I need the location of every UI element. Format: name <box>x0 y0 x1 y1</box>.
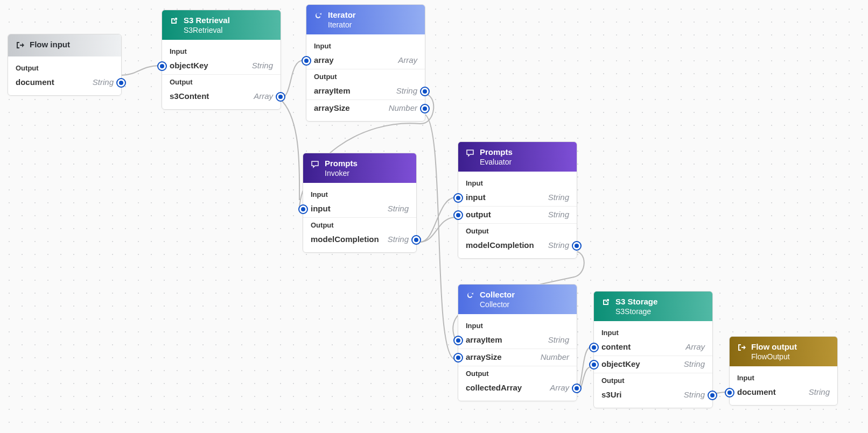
port-type: String <box>684 359 705 368</box>
output-port[interactable] <box>420 104 430 113</box>
input-port[interactable] <box>298 204 308 214</box>
input-port[interactable] <box>589 343 599 352</box>
node-s3-retrieval[interactable]: S3 Retrieval S3Retrieval Input objectKey… <box>162 10 281 110</box>
section-input: Input <box>303 187 416 201</box>
node-iterator[interactable]: Iterator Iterator Input array Array Outp… <box>306 4 425 122</box>
input-port[interactable] <box>302 56 311 66</box>
flow-input-icon <box>16 41 24 51</box>
section-input: Input <box>458 176 577 189</box>
node-title: S3 Retrieval <box>184 16 230 25</box>
port-row: output String <box>458 206 577 223</box>
node-subtitle: S3Storage <box>615 307 657 316</box>
output-port[interactable] <box>572 241 582 251</box>
port-name: collectedArray <box>466 383 522 392</box>
node-header[interactable]: Flow output FlowOutput <box>730 337 837 366</box>
port-type: Number <box>389 103 417 112</box>
node-subtitle: S3Retrieval <box>184 26 230 34</box>
node-subtitle: Invoker <box>325 169 358 178</box>
input-port[interactable] <box>157 61 167 71</box>
flow-output-icon <box>737 343 746 353</box>
port-name: document <box>737 387 776 396</box>
node-subtitle: FlowOutput <box>751 352 797 361</box>
port-name: objectKey <box>601 359 640 368</box>
input-port[interactable] <box>453 210 463 220</box>
output-port[interactable] <box>572 384 582 393</box>
port-name: array <box>314 55 334 65</box>
input-port[interactable] <box>589 360 599 370</box>
node-header[interactable]: S3 Storage S3Storage <box>594 292 712 321</box>
node-header[interactable]: Prompts Invoker <box>303 153 416 183</box>
port-row: objectKey String <box>162 58 281 74</box>
port-type: String <box>388 204 409 213</box>
output-port[interactable] <box>411 235 421 245</box>
prompt-icon <box>466 148 474 159</box>
port-row: s3Content Array <box>162 88 281 105</box>
port-name: input <box>311 204 331 213</box>
port-type: String <box>548 193 569 202</box>
port-name: s3Uri <box>601 390 622 399</box>
port-name: arrayItem <box>466 335 502 344</box>
output-port[interactable] <box>420 87 430 96</box>
node-subtitle: Iterator <box>328 20 356 29</box>
input-port[interactable] <box>453 193 463 203</box>
port-row: objectKey String <box>594 356 712 373</box>
port-type: String <box>396 86 417 95</box>
node-header[interactable]: Iterator Iterator <box>306 5 425 34</box>
port-type: String <box>93 77 114 87</box>
port-name: s3Content <box>170 91 209 101</box>
node-flow-output[interactable]: Flow output FlowOutput Input document St… <box>729 336 838 406</box>
node-title: Collector <box>480 290 515 299</box>
port-row: s3Uri String <box>594 387 712 403</box>
port-row: array Array <box>306 52 425 69</box>
section-output: Output <box>303 218 416 231</box>
node-title: Prompts <box>480 147 513 157</box>
prompt-icon <box>311 160 319 170</box>
open-external-icon <box>170 17 178 27</box>
input-port[interactable] <box>725 388 734 397</box>
section-input: Input <box>594 325 712 339</box>
section-output: Output <box>458 224 577 237</box>
node-prompts-evaluator[interactable]: Prompts Evaluator Input input String out… <box>458 141 577 259</box>
node-s3-storage[interactable]: S3 Storage S3Storage Input content Array… <box>593 291 713 408</box>
section-output: Output <box>594 373 712 387</box>
section-output: Output <box>306 69 425 83</box>
port-row: modelCompletion String <box>458 237 577 254</box>
input-port[interactable] <box>453 336 463 345</box>
section-output: Output <box>458 366 577 380</box>
port-type: Array <box>398 55 417 65</box>
port-name: arraySize <box>314 103 350 112</box>
node-collector[interactable]: Collector Collector Input arrayItem Stri… <box>458 284 577 401</box>
output-port[interactable] <box>276 92 285 102</box>
section-input: Input <box>730 371 837 384</box>
port-name: modelCompletion <box>311 235 379 244</box>
output-port[interactable] <box>708 391 717 400</box>
port-row: input String <box>303 201 416 217</box>
section-input: Input <box>306 39 425 52</box>
port-type: String <box>252 61 273 70</box>
node-header[interactable]: Flow input <box>8 34 121 56</box>
port-type: Number <box>541 352 569 361</box>
node-prompts-invoker[interactable]: Prompts Invoker Input input String Outpu… <box>303 153 417 253</box>
section-output: Output <box>8 61 121 74</box>
section-input: Input <box>162 44 281 58</box>
port-type: String <box>809 387 830 396</box>
node-title: Flow output <box>751 342 797 351</box>
port-type: Array <box>550 383 569 392</box>
node-title: Flow input <box>30 40 70 49</box>
node-header[interactable]: Prompts Evaluator <box>458 142 577 172</box>
input-port[interactable] <box>453 353 463 363</box>
port-row: arraySize Number <box>306 100 425 117</box>
port-row: arraySize Number <box>458 349 577 366</box>
node-flow-input[interactable]: Flow input Output document String <box>8 34 122 96</box>
port-row: collectedArray Array <box>458 380 577 396</box>
port-type: String <box>548 240 569 250</box>
port-row: arrayItem String <box>458 332 577 349</box>
port-type: String <box>388 235 409 244</box>
node-subtitle: Collector <box>480 300 515 309</box>
node-header[interactable]: Collector Collector <box>458 285 577 314</box>
port-type: String <box>548 210 569 219</box>
output-port[interactable] <box>116 78 126 88</box>
port-row: document String <box>730 384 837 401</box>
port-name: input <box>466 193 486 202</box>
node-header[interactable]: S3 Retrieval S3Retrieval <box>162 10 281 40</box>
